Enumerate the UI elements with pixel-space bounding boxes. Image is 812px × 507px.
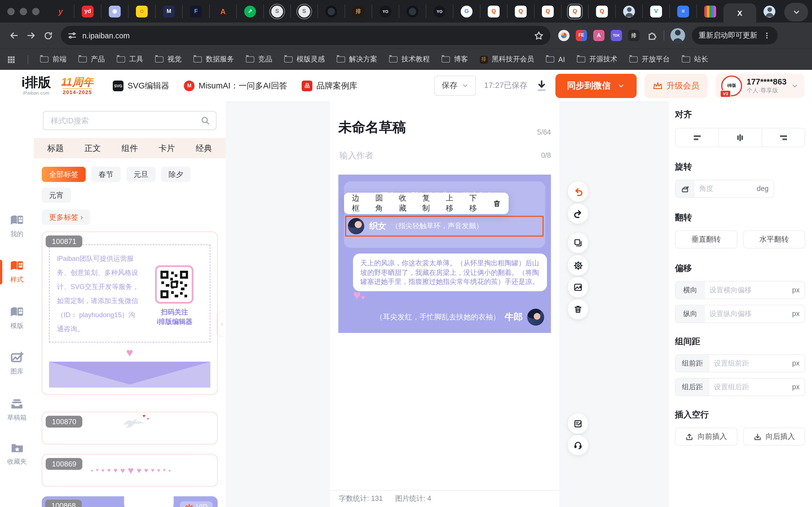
bookmark-item-7[interactable]: 解决方案 <box>337 55 377 64</box>
tab-v-check[interactable]: V <box>642 4 669 18</box>
tab-avatar-girl[interactable] <box>615 4 642 18</box>
menu-dots-icon[interactable] <box>763 32 771 40</box>
tab-m-dark[interactable]: M <box>155 4 182 18</box>
tab-s-dashed-2[interactable]: S <box>290 4 317 18</box>
niulang-row[interactable]: （耳尖发红，手忙脚乱去扶她的衣袖） 牛郎 <box>375 309 544 326</box>
style-search-input[interactable] <box>50 116 201 125</box>
close-window-button[interactable] <box>7 8 15 15</box>
export-image-button[interactable] <box>568 277 588 297</box>
browser-profile-avatar[interactable] <box>670 28 685 43</box>
style-card-100871[interactable]: 100871 iPaiban团队可提供运营服务、创意策划、多种风格设计、SVG交… <box>42 231 218 395</box>
bookmark-item-11[interactable]: AI <box>546 55 565 63</box>
tab-huggingface[interactable]: ☺ <box>128 4 155 18</box>
toolbar-radius-button[interactable]: 圆角 <box>375 193 390 214</box>
sidebar-item-gallery[interactable]: 图库 <box>0 351 34 376</box>
tag-chip-1[interactable]: 春节 <box>91 167 121 182</box>
tab-yo-2[interactable]: YO <box>426 4 453 18</box>
toolbar-move-down-button[interactable]: 下移 <box>469 193 484 214</box>
bookmark-item-0[interactable]: 前端 <box>40 55 66 64</box>
toolbar-border-button[interactable]: 边框 <box>352 193 366 214</box>
tab-github-2[interactable] <box>399 4 426 18</box>
bookmark-item-13[interactable]: 开放平台 <box>629 55 670 64</box>
bookmark-item-10[interactable]: 排黑科技开会员 <box>480 55 534 64</box>
account-chip[interactable]: i排版 V3 177****863 个人·尊享版 <box>716 73 804 98</box>
address-bar[interactable]: n.ipaiban.com <box>61 26 550 45</box>
download-icon[interactable] <box>536 80 547 92</box>
tab-q-dashed[interactable]: Q <box>561 4 588 18</box>
redo-button[interactable] <box>568 203 588 224</box>
sync-to-wechat-button[interactable]: 同步到微信 <box>555 73 637 98</box>
toolbar-favorite-button[interactable]: 收藏 <box>399 193 413 214</box>
tab-paiban[interactable]: 排 <box>345 4 371 18</box>
tab-yd[interactable]: yd <box>74 4 101 18</box>
tab-yandex[interactable]: y <box>47 4 74 18</box>
more-tags-button[interactable]: 更多标签 › <box>42 210 90 225</box>
rotate-icon-button[interactable] <box>675 180 695 197</box>
notes-button[interactable] <box>568 413 588 434</box>
style-card-100869[interactable]: 100869 ♥♥♥♥♥♥♥♥♥♥♥♥♥ <box>42 454 218 487</box>
align-center-button[interactable] <box>719 128 762 147</box>
active-tab[interactable]: X <box>723 3 756 22</box>
tab-astro[interactable]: A <box>209 4 236 18</box>
ext-paiban-icon[interactable]: 排 <box>628 30 640 41</box>
trash-icon[interactable] <box>493 199 501 208</box>
flip-horizontal-button[interactable]: 水平翻转 <box>743 230 805 248</box>
sidebar-item-styles[interactable]: 样式 <box>0 259 34 284</box>
bookmark-item-3[interactable]: 视觉 <box>155 55 182 64</box>
toolbar-copy-button[interactable]: 复制 <box>422 193 437 214</box>
reload-button[interactable] <box>40 27 56 44</box>
insert-before-button[interactable]: 向前插入 <box>675 428 737 446</box>
tab-colorful-bars[interactable] <box>696 4 723 18</box>
tag-chip-0[interactable]: 全部标签 <box>42 167 86 182</box>
tab-tshirt[interactable]: F <box>182 4 209 18</box>
tab-q-2[interactable]: Q <box>507 4 534 18</box>
bookmark-star-icon[interactable] <box>534 31 544 40</box>
bubble-behind-toolbar[interactable]: 阿牛，你鬓角的白头发...比去年多了。 <box>344 181 545 248</box>
content-block-purple-card[interactable]: 阿牛，你鬓角的白头发...比去年多了。 边框 圆角 收藏 复制 上移 下移 织女… <box>338 175 551 333</box>
gap-before-input[interactable] <box>709 359 792 367</box>
search-icon[interactable] <box>201 116 210 125</box>
save-button[interactable]: 保存 <box>435 75 476 96</box>
url-text[interactable]: n.ipaiban.com <box>82 31 534 40</box>
ext-translate-icon[interactable]: A <box>593 30 605 41</box>
tab-github-1[interactable] <box>317 4 345 18</box>
tab-google[interactable]: G <box>453 4 480 18</box>
toolbar-move-up-button[interactable]: 上移 <box>446 193 460 214</box>
apps-grid-icon[interactable] <box>7 55 16 64</box>
bookmark-item-1[interactable]: 产品 <box>79 55 105 64</box>
author-input[interactable] <box>338 150 541 161</box>
extensions-puzzle-icon[interactable] <box>647 31 658 41</box>
tab-q-3[interactable]: Q <box>534 4 561 18</box>
sidebar-item-favorites[interactable]: 收藏夹 <box>0 441 34 466</box>
bookmark-item-2[interactable]: 工具 <box>117 55 143 64</box>
tab-yo-1[interactable]: YO <box>371 4 399 18</box>
delete-button[interactable] <box>568 299 588 320</box>
site-settings-icon[interactable] <box>68 31 77 40</box>
style-tab-1[interactable]: 正文 <box>85 143 101 154</box>
tab-q-4[interactable]: Q <box>588 4 615 18</box>
gap-after-input[interactable] <box>709 383 792 391</box>
ext-fe-icon[interactable]: FE <box>576 30 587 41</box>
style-card-100868[interactable]: 100868 VIP 阿牛，你鬓角的白头发...比去年多了。 ♥♥ 织女 （指尖… <box>42 496 218 507</box>
insert-after-button[interactable]: 向后插入 <box>743 428 805 446</box>
menu-svg-editor[interactable]: SVG SVG编辑器 <box>113 80 169 91</box>
ext-colorfetch-icon[interactable] <box>558 30 569 41</box>
menu-brand-cases[interactable]: 品 品牌案例库 <box>302 80 357 91</box>
style-tab-4[interactable]: 经典 <box>196 143 212 154</box>
ipaiban-logo[interactable]: i排版 iPaiban.com <box>21 76 51 96</box>
restart-to-update-button[interactable]: 重新启动即可更新 <box>692 26 777 45</box>
copy-page-button[interactable] <box>568 233 588 253</box>
back-button[interactable] <box>6 27 22 44</box>
sidebar-item-templates[interactable]: 模版 <box>0 305 34 330</box>
ext-tdk-icon[interactable]: TDK <box>611 30 622 41</box>
bookmark-item-6[interactable]: 模版灵感 <box>284 55 325 64</box>
style-search-box[interactable] <box>43 111 216 130</box>
panel-collapse-handle[interactable]: ‹ <box>218 312 225 336</box>
align-left-button[interactable] <box>675 128 719 147</box>
tag-chip-4[interactable]: 元宵 <box>42 187 71 203</box>
align-right-button[interactable] <box>762 128 805 147</box>
draft-title[interactable]: 未命名草稿 <box>338 118 406 136</box>
tab-green-arrow[interactable]: ↗ <box>236 4 263 18</box>
bookmark-item-9[interactable]: 博客 <box>442 55 468 64</box>
offset-x-input[interactable] <box>705 286 792 294</box>
